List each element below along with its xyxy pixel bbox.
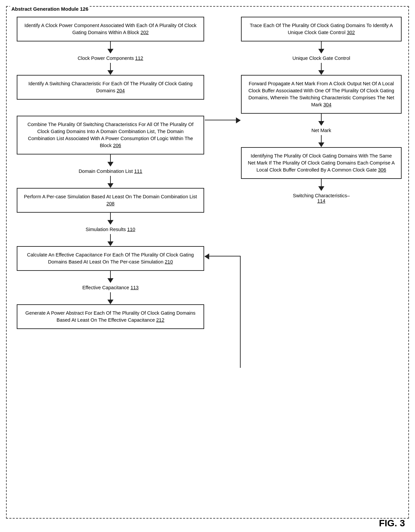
arrow-206-to-label xyxy=(17,154,204,167)
arrow-202-to-label xyxy=(17,41,204,54)
step-212-num: 212 xyxy=(156,317,164,323)
step-302-box: Trace Each Of The Plurality Of Clock Gat… xyxy=(241,17,402,41)
step-202-num: 202 xyxy=(141,30,149,35)
step-202-text: Identify A Clock Power Component Associa… xyxy=(24,23,196,35)
label-112-text: Clock Power Components xyxy=(78,56,134,61)
step-206-text: Combine The Plurality Of Switching Chara… xyxy=(27,122,193,148)
right-vert-connector xyxy=(240,256,241,368)
arrow-label-to-210 xyxy=(17,234,204,246)
arrow-netmark-to-306 xyxy=(241,135,402,147)
step-204-num: 204 xyxy=(117,88,125,93)
label-113-text: Effective Capacitance xyxy=(82,285,129,290)
step-208-num: 208 xyxy=(106,201,114,206)
arrow-208-to-label xyxy=(17,213,204,225)
label-switching: Switching Characteristics– 114 xyxy=(241,193,402,204)
step-306-box: Identifying The Plurality Of Clock Gatin… xyxy=(241,147,402,179)
right-column: Trace Each Of The Plurality Of Clock Gat… xyxy=(241,17,402,206)
label-111-ref: 111 xyxy=(134,169,142,174)
step-210-text: Calculate An Effective Capacitance For E… xyxy=(27,252,194,264)
label-111-text: Domain Combination List xyxy=(79,169,133,174)
label-110-text: Simulation Results xyxy=(86,227,126,232)
label-110-ref: 110 xyxy=(127,227,135,232)
step-304-text: Forward Propagate A Net Mark From A Cloc… xyxy=(248,81,394,107)
step-302-num: 302 xyxy=(347,30,355,35)
arrow-304-to-label xyxy=(241,114,402,126)
step-304-num: 304 xyxy=(323,102,331,107)
step-306-text: Identifying The Plurality Of Clock Gatin… xyxy=(248,153,395,173)
step-212-box: Generate A Power Abstract For Each Of Th… xyxy=(17,304,204,329)
step-210-box: Calculate An Effective Capacitance For E… xyxy=(17,246,204,271)
arrow-unique-to-304 xyxy=(241,63,402,75)
step-210-num: 210 xyxy=(165,259,173,264)
label-112: Clock Power Components 112 xyxy=(17,56,204,61)
step-304-box: Forward Propagate A Net Mark From A Cloc… xyxy=(241,75,402,114)
step-206-num: 206 xyxy=(113,143,121,148)
step-302-text: Trace Each Of The Plurality Of Clock Gat… xyxy=(250,23,393,35)
step-212-text: Generate A Power Abstract For Each Of Th… xyxy=(25,310,195,323)
label-112-ref: 112 xyxy=(135,56,143,61)
label-unique: Unique Clock Gate Control xyxy=(241,56,402,61)
step-306-num: 306 xyxy=(378,167,386,173)
arrow-label-to-212 xyxy=(17,292,204,304)
step-204-box: Identify A Switching Characteristic For … xyxy=(17,75,204,100)
arrow-302-to-label xyxy=(241,41,402,54)
step-208-box: Perform A Per-case Simulation Based At L… xyxy=(17,188,204,213)
step-202-box: Identify A Clock Power Component Associa… xyxy=(17,17,204,41)
label-113: Effective Capacitance 113 xyxy=(17,285,204,290)
module-label: Abstract Generation Module 126 xyxy=(10,6,90,12)
label-111: Domain Combination List 111 xyxy=(17,169,204,174)
left-column: Identify A Clock Power Component Associa… xyxy=(17,17,204,329)
label-netmark: Net Mark xyxy=(241,128,402,133)
label-switching-ref: 114 xyxy=(317,198,325,204)
arrow-label-to-208 xyxy=(17,176,204,188)
spacer-204 xyxy=(17,100,204,116)
fig-label: FIG. 3 xyxy=(379,518,405,529)
arrow-210-to-label xyxy=(17,271,204,283)
label-unique-text: Unique Clock Gate Control xyxy=(293,56,350,61)
label-netmark-text: Net Mark xyxy=(312,128,331,133)
outer-dashed-border: Abstract Generation Module 126 Identify … xyxy=(6,6,409,519)
arrow-306-to-206 xyxy=(205,256,240,256)
arrow-label-to-204 xyxy=(17,63,204,75)
step-206-box: Combine The Plurality Of Switching Chara… xyxy=(17,116,204,154)
arrow-306-to-label xyxy=(241,179,402,191)
step-204-text: Identify A Switching Characteristic For … xyxy=(28,81,193,93)
label-switching-text: Switching Characteristics– xyxy=(293,193,350,198)
label-110: Simulation Results 110 xyxy=(17,227,204,232)
arrow-204-to-302 xyxy=(205,120,240,120)
step-208-text: Perform A Per-case Simulation Based At L… xyxy=(24,194,197,206)
label-113-ref: 113 xyxy=(131,285,139,290)
